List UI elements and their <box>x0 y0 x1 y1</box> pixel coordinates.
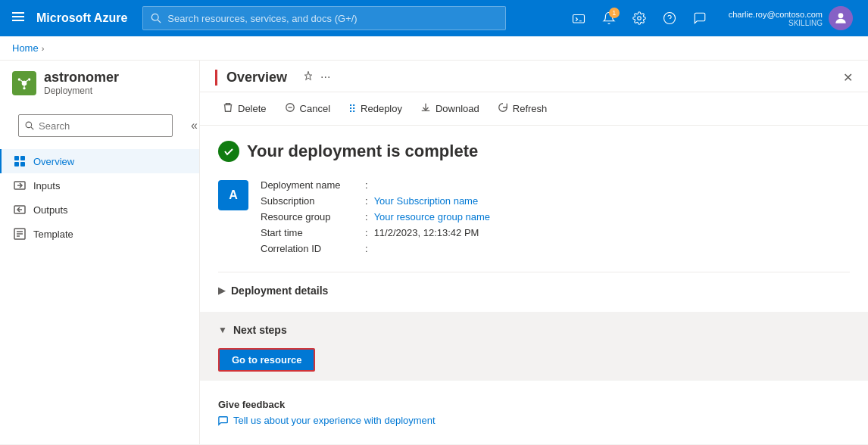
sidebar-item-overview[interactable]: Overview <box>0 149 199 173</box>
info-row-correlation-id: Correlation ID : <box>261 241 490 257</box>
svg-line-16 <box>26 79 28 82</box>
sidebar-item-outputs[interactable]: Outputs <box>0 198 199 222</box>
feedback-section: Give feedback Tell us about your experie… <box>218 387 850 438</box>
svg-line-4 <box>158 20 161 23</box>
global-search-input[interactable] <box>167 13 498 24</box>
redeploy-button[interactable]: ⠿ Redeploy <box>341 99 410 119</box>
svg-point-12 <box>28 78 30 80</box>
user-email: charlie.roy@contoso.com <box>729 10 823 19</box>
user-avatar[interactable] <box>829 6 853 30</box>
svg-point-7 <box>663 13 675 24</box>
info-row-start-time: Start time : 11/2/2023, 12:13:42 PM <box>261 225 490 241</box>
sidebar-item-label: Template <box>33 229 73 240</box>
next-steps-label: Next steps <box>233 324 287 336</box>
svg-rect-2 <box>12 20 24 21</box>
settings-icon[interactable] <box>626 5 653 32</box>
next-steps-header[interactable]: ▼ Next steps <box>218 321 856 339</box>
svg-point-6 <box>637 17 641 20</box>
sidebar-header: astronomer Deployment <box>0 61 199 105</box>
content-title-bar: Overview <box>215 70 287 86</box>
feedback-link-text: Tell us about your experience with deplo… <box>233 415 436 426</box>
label-resource-group: Resource group <box>261 211 359 222</box>
value-start-time: 11/2/2023, 12:13:42 PM <box>374 227 479 238</box>
cancel-icon <box>285 102 295 115</box>
sidebar-collapse-btn[interactable]: « <box>188 116 200 135</box>
close-button[interactable]: ✕ <box>843 70 853 85</box>
svg-rect-1 <box>12 16 24 17</box>
template-icon <box>14 228 26 240</box>
sidebar-item-label: Inputs <box>33 180 60 191</box>
user-profile[interactable]: charlie.roy@contoso.com SKILLING <box>723 6 859 30</box>
sidebar-item-inputs[interactable]: Inputs <box>0 173 199 198</box>
info-row-subscription: Subscription : Your Subscription name <box>261 193 490 209</box>
deployment-details-section: ▶ Deployment details <box>218 272 850 309</box>
delete-icon <box>223 102 233 115</box>
main-layout: astronomer Deployment « Overview <box>0 61 868 444</box>
svg-point-17 <box>26 122 32 128</box>
inputs-icon <box>14 179 26 191</box>
svg-line-15 <box>20 79 23 82</box>
label-start-time: Start time <box>261 227 359 238</box>
label-correlation-id: Correlation ID <box>261 243 359 254</box>
value-resource-group[interactable]: Your resource group name <box>374 211 490 222</box>
sidebar-search-input[interactable] <box>39 120 166 132</box>
content-header: Overview ··· ✕ <box>200 61 868 92</box>
svg-point-13 <box>23 87 25 89</box>
svg-rect-21 <box>14 162 19 166</box>
go-to-resource-button[interactable]: Go to resource <box>218 348 315 372</box>
value-subscription[interactable]: Your Subscription name <box>374 195 479 207</box>
sidebar-item-template[interactable]: Template <box>0 222 199 246</box>
success-status-icon <box>218 141 239 162</box>
redeploy-icon: ⠿ <box>348 103 356 115</box>
download-label: Download <box>436 103 479 114</box>
global-search[interactable] <box>142 6 506 30</box>
cancel-label: Cancel <box>300 103 330 114</box>
download-icon <box>420 102 431 115</box>
svg-point-11 <box>18 78 20 80</box>
redeploy-label: Redeploy <box>361 103 402 114</box>
content-title: Overview <box>226 70 287 86</box>
info-table: Deployment name : Subscription : Your Su… <box>261 177 490 257</box>
sidebar: astronomer Deployment « Overview <box>0 61 200 444</box>
breadcrumb-home[interactable]: Home <box>12 42 39 54</box>
svg-rect-22 <box>20 162 25 166</box>
breadcrumb-separator: › <box>42 44 45 53</box>
download-button[interactable]: Download <box>413 98 487 119</box>
delete-label: Delete <box>238 103 267 114</box>
svg-point-9 <box>838 13 844 18</box>
sidebar-search[interactable] <box>18 114 173 137</box>
outputs-icon <box>14 204 26 216</box>
refresh-button[interactable]: Refresh <box>490 98 555 119</box>
deployment-details-header[interactable]: ▶ Deployment details <box>218 282 850 300</box>
cloud-shell-icon[interactable] <box>565 5 592 32</box>
deployment-info: A Deployment name : Subscription : Your … <box>218 177 850 257</box>
toolbar: Delete Cancel ⠿ Redeploy Download <box>200 92 868 126</box>
nav-icons: 1 <box>565 5 713 32</box>
pin-icon[interactable] <box>302 70 314 85</box>
svg-rect-5 <box>573 15 584 23</box>
sep-2: : <box>365 211 368 222</box>
cancel-button[interactable]: Cancel <box>277 98 338 119</box>
sidebar-item-label: Overview <box>33 156 74 167</box>
label-subscription: Subscription <box>261 195 359 207</box>
resource-name: astronomer <box>44 70 119 86</box>
feedback-link[interactable]: Tell us about your experience with deplo… <box>218 415 850 426</box>
sep-0: : <box>365 179 368 191</box>
notifications-icon[interactable]: 1 <box>595 5 623 32</box>
user-info: charlie.roy@contoso.com SKILLING <box>729 10 823 27</box>
user-subscription-label: SKILLING <box>788 19 823 27</box>
info-row-deployment-name: Deployment name : <box>261 177 490 193</box>
svg-point-3 <box>152 14 159 20</box>
help-icon[interactable] <box>656 5 683 32</box>
delete-button[interactable]: Delete <box>215 98 274 119</box>
main-content: Your deployment is complete A Deployment… <box>200 126 868 444</box>
deployment-details-chevron: ▶ <box>218 285 225 296</box>
app-logo: Microsoft Azure <box>36 11 127 25</box>
refresh-label: Refresh <box>513 103 548 114</box>
feedback-nav-icon[interactable] <box>686 5 713 32</box>
breadcrumb: Home › <box>0 36 868 61</box>
feedback-title: Give feedback <box>218 399 850 410</box>
svg-line-18 <box>31 127 33 129</box>
more-options-icon[interactable]: ··· <box>320 70 330 85</box>
hamburger-icon[interactable] <box>9 8 27 30</box>
